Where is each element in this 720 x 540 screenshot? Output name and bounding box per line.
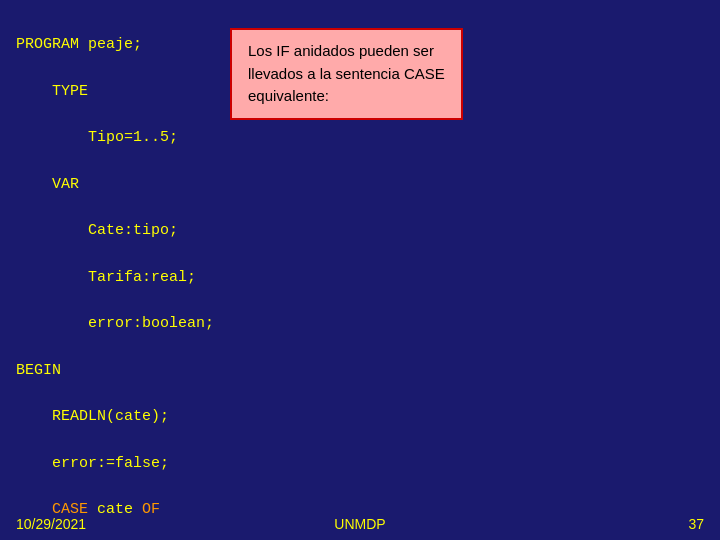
line-3: Tipo=1..5;: [16, 129, 178, 146]
footer-page: 37: [688, 516, 704, 532]
line-2: TYPE: [16, 83, 88, 100]
footer-institution: UNMDP: [334, 516, 385, 532]
line-9: READLN(cate);: [16, 408, 169, 425]
tooltip-line3: equivalente:: [248, 87, 329, 104]
line-10: error:=false;: [16, 455, 169, 472]
line-5: Cate:tipo;: [16, 222, 178, 239]
line-4: VAR: [16, 176, 79, 193]
line-6: Tarifa:real;: [16, 269, 196, 286]
tooltip-box: Los IF anidados pueden ser llevados a la…: [230, 28, 463, 120]
tooltip-line1: Los IF anidados pueden ser: [248, 42, 434, 59]
line-1: PROGRAM peaje;: [16, 36, 142, 53]
line-7: error:boolean;: [16, 315, 214, 332]
line-8: BEGIN: [16, 362, 61, 379]
footer-date: 10/29/2021: [16, 516, 86, 532]
tooltip-line2: llevados a la sentencia CASE: [248, 65, 445, 82]
